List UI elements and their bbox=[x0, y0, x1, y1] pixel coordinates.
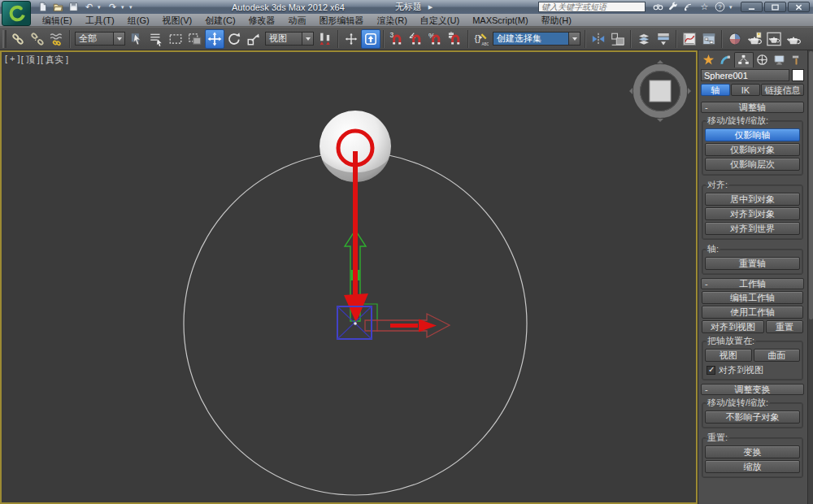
align-to-view-checkbox[interactable] bbox=[706, 366, 715, 375]
rollout-adjust-pivot[interactable]: 调整轴 bbox=[701, 102, 804, 113]
viewport-view-label[interactable]: [ 顶 ] bbox=[21, 54, 40, 66]
edit-working-pivot-button[interactable]: 编辑工作轴 bbox=[702, 291, 803, 304]
toolbar-grip[interactable] bbox=[2, 30, 7, 48]
spinner-snap-icon[interactable] bbox=[446, 29, 465, 49]
object-name-input[interactable]: Sphere001 bbox=[701, 69, 789, 81]
tab-create[interactable] bbox=[700, 52, 717, 67]
align-to-object-button[interactable]: 对齐到对象 bbox=[705, 207, 800, 220]
place-view-button[interactable]: 视图 bbox=[705, 349, 752, 362]
dropdown-arrow-icon[interactable] bbox=[113, 33, 124, 45]
reference-coordinate-dropdown[interactable]: 视图 bbox=[265, 32, 314, 46]
named-selection-dropdown[interactable]: 创建选择集 bbox=[493, 32, 580, 46]
mirror-icon[interactable] bbox=[589, 29, 608, 49]
affect-object-only-button[interactable]: 仅影响对象 bbox=[705, 143, 800, 156]
menu-tools[interactable]: 工具(T) bbox=[79, 14, 121, 27]
bind-to-space-warp-icon[interactable] bbox=[47, 29, 67, 49]
align-to-view-button[interactable]: 对齐到视图 bbox=[702, 320, 764, 333]
dropdown-arrow-icon[interactable] bbox=[302, 33, 313, 45]
material-editor-icon[interactable] bbox=[725, 29, 745, 49]
menu-edit[interactable]: 编辑(E) bbox=[36, 14, 79, 27]
tab-hierarchy[interactable] bbox=[734, 52, 753, 67]
angle-snap-icon[interactable] bbox=[406, 29, 426, 49]
quick-access-dropdown-icon[interactable]: ▾ bbox=[129, 4, 136, 11]
help-icon[interactable]: ? bbox=[714, 2, 726, 12]
viewport-top[interactable]: [ + ] [ 顶 ] [ 真实 ] bbox=[0, 50, 698, 504]
schematic-view-icon[interactable] bbox=[699, 29, 719, 49]
ribbon-toggle-icon[interactable] bbox=[654, 29, 673, 49]
new-file-icon[interactable] bbox=[36, 2, 50, 13]
align-to-world-button[interactable]: 对齐到世界 bbox=[705, 222, 800, 235]
maximize-icon[interactable] bbox=[764, 2, 786, 12]
menu-rendering[interactable]: 渲染(R) bbox=[371, 14, 414, 27]
rollout-adjust-transform[interactable]: 调整变换 bbox=[701, 384, 804, 395]
menu-maxscript[interactable]: MAXScript(M) bbox=[466, 14, 534, 27]
tab-modify[interactable] bbox=[717, 52, 734, 67]
help-dropdown-icon[interactable]: ▾ bbox=[729, 4, 736, 11]
infocenter-arrow-icon[interactable]: ▶ bbox=[428, 4, 435, 11]
redo-icon[interactable]: ↷ bbox=[106, 2, 120, 13]
curve-editor-icon[interactable] bbox=[680, 29, 699, 49]
minimize-icon[interactable] bbox=[741, 2, 763, 12]
affect-pivot-only-button[interactable]: 仅影响轴 bbox=[705, 128, 800, 141]
gizmo-x-axis-handle[interactable] bbox=[390, 324, 418, 328]
subtab-pivot[interactable]: 轴 bbox=[701, 84, 730, 96]
rectangular-region-icon[interactable] bbox=[166, 29, 185, 49]
select-and-move-icon[interactable] bbox=[205, 29, 224, 49]
reset-transform-button[interactable]: 变换 bbox=[705, 445, 800, 458]
select-by-name-icon[interactable] bbox=[146, 29, 166, 49]
tab-utilities[interactable] bbox=[788, 52, 805, 67]
object-color-swatch[interactable] bbox=[792, 69, 804, 81]
viewcube-top-face[interactable] bbox=[650, 80, 671, 102]
affect-hierarchy-only-button[interactable]: 仅影响层次 bbox=[705, 158, 800, 171]
render-production-icon[interactable] bbox=[784, 29, 803, 49]
select-and-link-icon[interactable] bbox=[8, 29, 28, 49]
search-binoculars-icon[interactable] bbox=[652, 2, 664, 12]
reset-scale-button[interactable]: 缩放 bbox=[705, 460, 800, 473]
menu-create[interactable]: 创建(C) bbox=[198, 14, 241, 27]
tab-motion[interactable] bbox=[754, 52, 771, 67]
gizmo-x-axis-arrowhead[interactable] bbox=[419, 319, 437, 332]
save-file-icon[interactable] bbox=[67, 2, 80, 13]
center-to-object-button[interactable]: 居中到对象 bbox=[705, 193, 800, 206]
manage-layers-icon[interactable] bbox=[634, 29, 654, 49]
menu-customize[interactable]: 自定义(U) bbox=[414, 14, 466, 27]
place-surface-button[interactable]: 曲面 bbox=[754, 349, 801, 362]
menu-help[interactable]: 帮助(H) bbox=[535, 14, 578, 27]
use-pivot-center-icon[interactable] bbox=[315, 29, 335, 49]
viewport-menu-label[interactable]: [ + ] bbox=[5, 54, 20, 66]
edit-named-sets-icon[interactable]: {}ABC bbox=[472, 29, 491, 49]
select-object-icon[interactable] bbox=[127, 29, 146, 49]
select-and-rotate-icon[interactable] bbox=[224, 29, 244, 49]
select-and-manipulate-icon[interactable] bbox=[341, 29, 361, 49]
use-working-pivot-button[interactable]: 使用工作轴 bbox=[702, 306, 803, 319]
select-and-scale-icon[interactable] bbox=[244, 29, 263, 49]
dropdown-arrow-icon[interactable] bbox=[568, 33, 580, 45]
tab-display[interactable] bbox=[771, 52, 788, 67]
window-crossing-icon[interactable] bbox=[185, 29, 205, 49]
max-logo-icon[interactable] bbox=[2, 1, 31, 26]
percent-snap-icon[interactable]: % bbox=[426, 29, 446, 49]
favorites-star-icon[interactable]: ☆ bbox=[698, 2, 711, 12]
subtab-ik[interactable]: IK bbox=[731, 84, 760, 96]
menu-animation[interactable]: 动画 bbox=[282, 14, 313, 27]
menu-views[interactable]: 视图(V) bbox=[156, 14, 199, 27]
subtab-link-info[interactable]: 链接信息 bbox=[761, 84, 804, 96]
render-setup-icon[interactable] bbox=[745, 29, 764, 49]
undo-dropdown-icon[interactable]: ▾ bbox=[98, 4, 104, 11]
panel-scrollbar[interactable] bbox=[807, 50, 813, 504]
unlink-selection-icon[interactable] bbox=[28, 29, 47, 49]
reset-pivot-button[interactable]: 重置轴 bbox=[705, 257, 800, 270]
open-file-icon[interactable] bbox=[51, 2, 65, 13]
snap-3d-icon[interactable]: 3 bbox=[387, 29, 406, 49]
infocenter-search-input[interactable] bbox=[538, 2, 646, 12]
subscription-wrench-icon[interactable] bbox=[667, 2, 680, 12]
panel-scrollbar-thumb[interactable] bbox=[809, 51, 813, 319]
viewcube[interactable] bbox=[629, 60, 691, 122]
align-icon[interactable] bbox=[608, 29, 628, 49]
menu-graph-editors[interactable]: 图形编辑器 bbox=[313, 14, 371, 27]
menu-modifiers[interactable]: 修改器 bbox=[242, 14, 282, 27]
selection-filter-dropdown[interactable]: 全部 bbox=[75, 32, 125, 46]
undo-icon[interactable]: ↶ bbox=[82, 2, 96, 13]
rollout-working-pivot[interactable]: 工作轴 bbox=[701, 278, 804, 289]
communication-center-icon[interactable] bbox=[683, 2, 695, 12]
